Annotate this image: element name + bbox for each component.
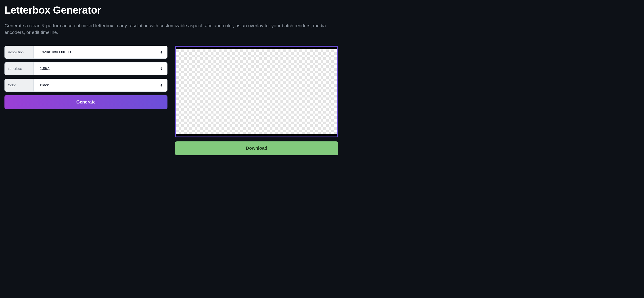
letterbox-bar-top: [176, 47, 337, 49]
resolution-select[interactable]: 1920×1080 Full HD: [34, 46, 167, 58]
resolution-field: Resolution 1920×1080 Full HD: [4, 46, 168, 59]
letterbox-select[interactable]: 1.85:1: [34, 62, 167, 75]
color-select[interactable]: Black: [34, 79, 167, 91]
letterbox-value: 1.85:1: [40, 67, 50, 71]
page-subtitle: Generate a clean & performance optimized…: [4, 22, 328, 36]
page-title: Letterbox Generator: [4, 4, 640, 16]
preview-panel: Download: [175, 46, 338, 155]
color-field: Color Black: [4, 79, 168, 92]
sort-icon: [160, 67, 162, 70]
letterbox-label: Letterbox: [5, 62, 34, 75]
color-label: Color: [5, 79, 34, 91]
form-panel: Resolution 1920×1080 Full HD Letterbox 1…: [4, 46, 168, 109]
letterbox-bar-bottom: [176, 134, 337, 136]
resolution-value: 1920×1080 Full HD: [40, 50, 71, 54]
sort-icon: [160, 84, 162, 86]
sort-icon: [160, 51, 162, 53]
download-button[interactable]: Download: [175, 141, 338, 155]
resolution-label: Resolution: [5, 46, 34, 58]
letterbox-field: Letterbox 1.85:1: [4, 62, 168, 75]
generate-button[interactable]: Generate: [4, 95, 168, 109]
preview-canvas: [175, 46, 338, 137]
color-value: Black: [40, 83, 49, 87]
